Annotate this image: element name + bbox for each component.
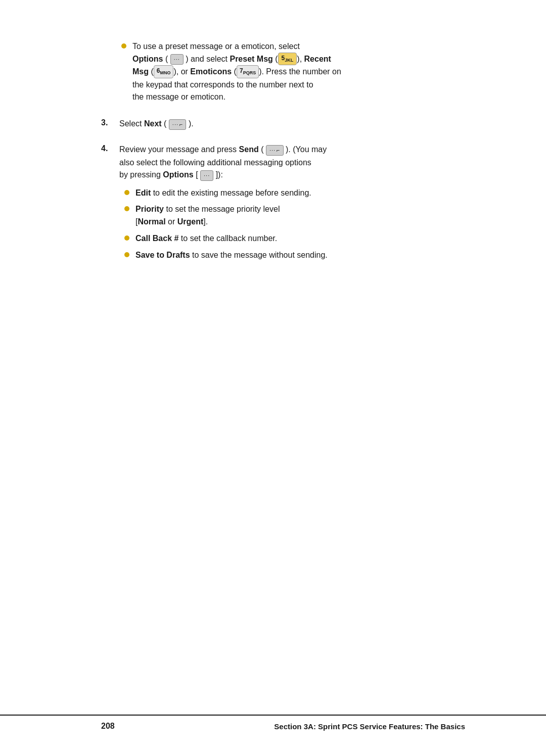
- sub-bullet-edit: Edit to edit the existing message before…: [124, 187, 465, 200]
- step3-next-label: Next: [144, 119, 162, 128]
- step4-options-icon: [ ··· ]):: [196, 170, 223, 179]
- step-4-number: 4.: [101, 144, 119, 153]
- sub-bullet-dot-3: [124, 235, 129, 241]
- edit-label: Edit: [135, 188, 151, 197]
- options-button-icon: ···: [170, 53, 184, 65]
- page-footer: 208 Section 3A: Sprint PCS Service Featu…: [0, 715, 546, 731]
- sub-bullet-text-priority: Priority to set the message priority lev…: [135, 203, 465, 228]
- callback-text: to set the callback number.: [181, 234, 277, 243]
- step4-options-label: Options: [163, 170, 193, 179]
- options-label: Options: [132, 55, 163, 63]
- save-drafts-label: Save to Drafts: [135, 251, 190, 259]
- next-button-icon: ··· ⌐: [169, 118, 187, 130]
- urgent-label: Urgent: [177, 217, 204, 226]
- intro-bullet-item: To use a preset message or a emoticon, s…: [121, 40, 465, 104]
- normal-label: Normal: [138, 217, 165, 226]
- intro-bullet-text: To use a preset message or a emoticon, s…: [132, 40, 465, 104]
- step4-text-pre: Review your message and press: [119, 145, 239, 154]
- bullet-dot: [121, 43, 126, 49]
- recent-msg-label: Recent: [304, 55, 331, 63]
- sub-bullet-dot-4: [124, 252, 129, 257]
- footer-section-title: Section 3A: Sprint PCS Service Features:…: [274, 722, 465, 731]
- step-3-content: Select Next ( ··· ⌐ ).: [119, 118, 465, 130]
- step4-send-label: Send: [239, 145, 259, 154]
- recent-msg-label-2: Msg: [132, 67, 149, 76]
- step4-sub-bullets: Edit to edit the existing message before…: [119, 187, 465, 262]
- preset-key-icon: (5JKL),: [275, 55, 304, 63]
- sub-bullet-text-save: Save to Drafts to save the message witho…: [135, 249, 465, 262]
- emoticons-key-icon: (7PQRS). Press the number on: [234, 67, 341, 76]
- sub-bullet-text-edit: Edit to edit the existing message before…: [135, 187, 465, 200]
- options-button-icon-2: ···: [200, 169, 213, 181]
- callback-label: Call Back #: [135, 234, 178, 243]
- intro-text-1: To use a preset message or a emoticon, s…: [132, 42, 300, 51]
- step-3-number: 3.: [101, 118, 119, 127]
- sub-bullet-save: Save to Drafts to save the message witho…: [124, 249, 465, 262]
- options-icon: ( ··· ) and select: [165, 55, 230, 63]
- step3-icon: ( ··· ⌐ ).: [164, 119, 194, 128]
- sub-bullet-dot-1: [124, 190, 129, 195]
- page-number: 208: [101, 722, 115, 731]
- step-4-item: 4. Review your message and press Send ( …: [101, 144, 465, 265]
- send-button-icon: ··· ⌐: [266, 144, 284, 156]
- sub-bullet-text-callback: Call Back # to set the callback number.: [135, 232, 465, 245]
- step-3-item: 3. Select Next ( ··· ⌐ ).: [101, 118, 465, 130]
- sub-bullet-priority: Priority to set the message priority lev…: [124, 203, 465, 228]
- intro-text-end: the keypad that corresponds to the numbe…: [132, 80, 313, 102]
- priority-or: or: [168, 217, 177, 226]
- step-4-content: Review your message and press Send ( ···…: [119, 144, 465, 265]
- step4-send-icon: ( ··· ⌐ ). (You may: [261, 145, 327, 154]
- edit-text: to edit the existing message before send…: [153, 188, 311, 197]
- recent-key-icon: (6MNO), or: [151, 67, 190, 76]
- sub-bullet-dot-2: [124, 206, 129, 211]
- step3-text-pre: Select: [119, 119, 144, 128]
- intro-bullet-section: To use a preset message or a emoticon, s…: [101, 40, 465, 104]
- save-drafts-text: to save the message without sending.: [192, 251, 328, 259]
- page-content: To use a preset message or a emoticon, s…: [0, 0, 546, 339]
- sub-bullet-callback: Call Back # to set the callback number.: [124, 232, 465, 245]
- emoticons-label: Emoticons: [190, 67, 232, 76]
- preset-msg-label: Preset Msg: [230, 55, 272, 63]
- priority-label: Priority: [135, 205, 164, 213]
